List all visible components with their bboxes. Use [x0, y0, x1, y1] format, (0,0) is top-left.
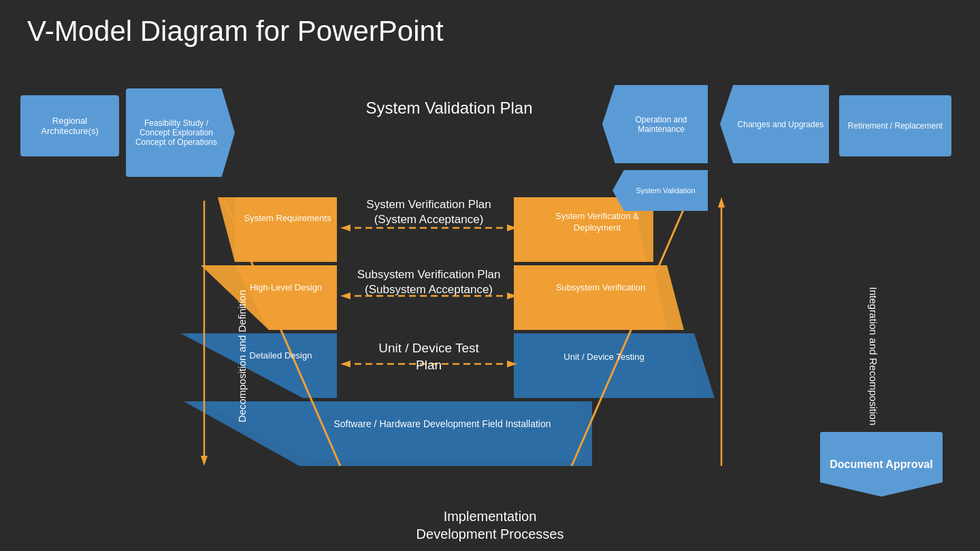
high-level-design-label: High-Level Design — [242, 282, 330, 293]
system-validation-plan-label: System Validation Plan — [306, 99, 592, 118]
box-feasibility: Feasibility Study / Concept Exploration … — [126, 88, 235, 177]
system-requirements-label: System Requirements — [242, 213, 333, 223]
integration-label: Integration and Recomposition — [868, 287, 879, 425]
system-verification-plan-label: System Verification Plan (System Accepta… — [344, 197, 514, 227]
box-retirement: Retirement / Replacement — [839, 95, 951, 156]
unit-device-testing-label: Unit / Device Testing — [551, 352, 657, 362]
svg-marker-13 — [514, 333, 715, 398]
svg-marker-3 — [201, 265, 337, 330]
svg-marker-17 — [201, 456, 208, 466]
box-system-validation: System Validation — [612, 170, 708, 211]
implementation-development-label: Implementation Development Processes — [416, 507, 564, 543]
svg-marker-28 — [340, 361, 350, 367]
diagram-area: Regional Architecture(s) Feasibility Stu… — [0, 65, 980, 551]
subsystem-verification-plan-label: Subsystem Verification Plan (Subsystem A… — [344, 267, 514, 297]
page-title: V-Model Diagram for PowerPoint — [0, 0, 980, 54]
system-verification-deployment-label: System Verification & Deployment — [544, 211, 650, 234]
box-changes: Changes and Upgrades — [720, 85, 829, 163]
decomposition-label: Decomposition and Definition — [236, 290, 248, 422]
unit-device-test-plan-label: Unit / Device Test Plan — [364, 340, 493, 373]
svg-marker-1 — [218, 197, 337, 262]
svg-marker-19 — [718, 197, 725, 207]
box-operation: Operation and Maintenance — [602, 85, 708, 163]
subsystem-verification-label: Subsystem Verification — [551, 282, 650, 293]
svg-marker-11 — [514, 265, 684, 330]
box-regional: Regional Architecture(s) — [20, 95, 119, 156]
software-hardware-label: Software / Hardware Development Field In… — [306, 418, 578, 429]
svg-marker-5 — [184, 333, 337, 398]
